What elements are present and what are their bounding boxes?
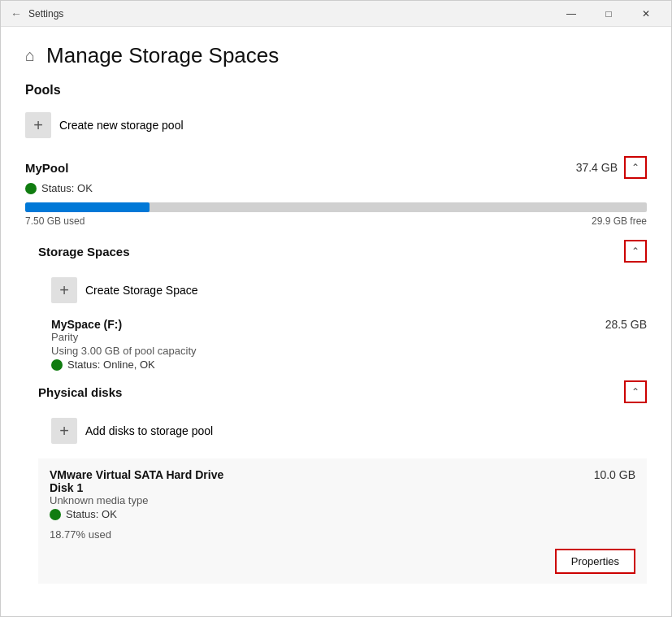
myspace-status-dot [51,359,63,371]
minimize-button[interactable]: — [553,1,590,27]
disk1-size: 10.0 GB [594,468,635,481]
add-disks-label: Add disks to storage pool [85,424,213,437]
main-content: ⌂ Manage Storage Spaces Pools + Create n… [1,27,671,616]
myspace-status-text: Status: Online, OK [67,358,155,371]
myspace-header: MySpace (F:) 28.5 GB [51,318,647,331]
storage-spaces-section: Storage Spaces ⌃ + Create Storage Space … [38,240,647,371]
myspace-name: MySpace (F:) [51,318,122,331]
disk1-status-dot [50,509,61,520]
myspace-item: MySpace (F:) 28.5 GB Parity Using 3.00 G… [51,318,647,371]
properties-row: Properties [50,549,635,574]
storage-spaces-header: Storage Spaces ⌃ [38,240,647,263]
create-space-label: Create Storage Space [85,284,198,297]
storage-spaces-title: Storage Spaces [38,245,130,259]
titlebar-title: Settings [28,8,63,20]
myspace-size: 28.5 GB [605,318,647,331]
titlebar: ← Settings — □ ✕ [1,1,671,27]
pool-header-row: MyPool 37.4 GB ⌃ [25,156,647,179]
pools-section-title: Pools [25,83,647,98]
close-button[interactable]: ✕ [627,1,665,27]
titlebar-controls: — □ ✕ [553,1,665,27]
pool-used-label: 7.50 GB used [25,215,85,227]
add-disks-plus-icon: + [51,418,77,444]
storage-spaces-collapse-button[interactable]: ⌃ [624,240,647,263]
pool-status-dot [25,183,37,194]
disk1-status-text: Status: OK [66,508,117,520]
page-header: ⌂ Manage Storage Spaces [25,43,647,68]
maximize-button[interactable]: □ [590,1,627,27]
pool-progress-bar [25,202,647,212]
plus-icon: + [25,112,51,138]
disk1-name-area: VMware Virtual SATA Hard Drive Disk 1 [50,468,223,494]
create-pool-label: Create new storage pool [59,119,184,132]
mypool: MyPool 37.4 GB ⌃ Status: OK 7.50 GB used… [25,156,647,584]
myspace-status-row: Status: Online, OK [51,358,647,371]
physical-disks-collapse-button[interactable]: ⌃ [624,380,647,403]
myspace-type: Parity [51,331,647,343]
pool-collapse-button[interactable]: ⌃ [624,156,647,179]
properties-button[interactable]: Properties [555,549,635,574]
window: ← Settings — □ ✕ ⌂ Manage Storage Spaces… [0,0,672,617]
add-disks-button[interactable]: + Add disks to storage pool [51,413,647,449]
disk1-line2: Disk 1 [50,481,223,494]
pool-status-text: Status: OK [41,182,93,194]
physical-disks-section: Physical disks ⌃ + Add disks to storage … [38,380,647,584]
create-pool-button[interactable]: + Create new storage pool [25,107,647,143]
disk1-used: 18.77% used [50,528,635,541]
create-space-button[interactable]: + Create Storage Space [51,272,647,308]
pool-size-area: 37.4 GB ⌃ [576,156,647,179]
disk1-media: Unknown media type [50,494,635,506]
pool-size-value: 37.4 GB [576,161,618,174]
disk1-name: VMware Virtual SATA Hard Drive [50,468,223,481]
storage-labels: 7.50 GB used 29.9 GB free [25,215,647,227]
pools-section: Pools + Create new storage pool MyPool 3… [25,83,647,584]
physical-disks-title: Physical disks [38,385,122,399]
pool-free-label: 29.9 GB free [592,215,647,227]
home-icon: ⌂ [25,46,35,65]
pool-status-row: Status: OK [25,182,647,194]
back-arrow-icon[interactable]: ← [11,7,22,20]
pool-name: MyPool [25,161,68,175]
create-space-plus-icon: + [51,277,77,303]
disk1-status-row: Status: OK [50,508,635,520]
myspace-usage: Using 3.00 GB of pool capacity [51,345,647,357]
page-title: Manage Storage Spaces [46,43,279,68]
titlebar-left: ← Settings [11,7,63,20]
disk1-item: VMware Virtual SATA Hard Drive Disk 1 10… [38,458,647,584]
pool-progress-fill [25,202,150,212]
disk1-header: VMware Virtual SATA Hard Drive Disk 1 10… [50,468,635,494]
physical-disks-header: Physical disks ⌃ [38,380,647,403]
